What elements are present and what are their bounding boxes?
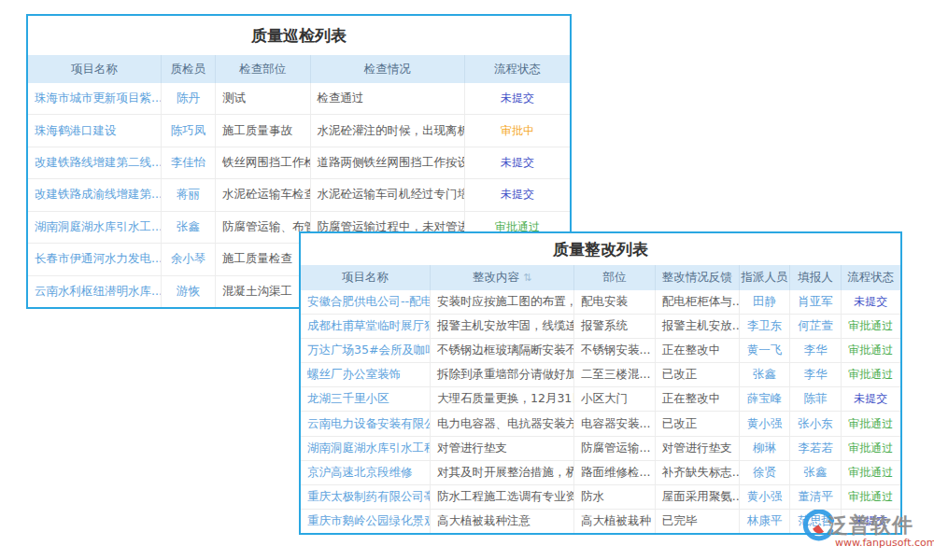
- feedback-text: 已改正: [655, 412, 739, 435]
- inspection-part: 施工质量事故: [215, 115, 310, 146]
- status-badge: 审批通过: [841, 412, 900, 435]
- reporter-link[interactable]: 张小东: [789, 412, 841, 435]
- table-row: 湖南洞庭湖水库引水工程施工标对管进行垫支防腐管运输...对管进行垫支柳琳李若若审…: [301, 436, 900, 460]
- rectification-part: 配电安装: [573, 290, 655, 314]
- inspection-part: 铁丝网围挡工作检查: [215, 147, 310, 178]
- inspection-result: 检查通过: [310, 83, 464, 114]
- reporter-link[interactable]: 董清平: [789, 485, 841, 509]
- column-header-label: 指派人员: [741, 270, 787, 286]
- assignee-link[interactable]: 黄一飞: [739, 339, 790, 362]
- inspection-part: 防腐管运输、布管: [215, 212, 310, 243]
- rectification-content: 电力电容器、电抗器安装方案...: [430, 412, 573, 435]
- reporter-link[interactable]: 李华: [789, 339, 841, 362]
- inspection-part: 混凝土沟渠工: [215, 276, 310, 307]
- status-badge: 审批通过: [841, 461, 900, 484]
- feedback-text: 已改正: [655, 363, 739, 386]
- project-name-link[interactable]: 成都杜甫草堂临时展厅独立展...: [301, 315, 430, 338]
- project-name-link[interactable]: 改建铁路成渝线增建第...: [28, 179, 161, 210]
- project-name-link[interactable]: 龙湖三千里小区: [301, 387, 430, 411]
- column-header-part: 部位: [573, 265, 655, 290]
- table-row: 珠海市城市更新项目紫...陈丹测试检查通过未提交: [28, 83, 570, 114]
- brand-name: 泛普软件: [828, 511, 913, 539]
- rectification-part: 电容器安装...: [573, 412, 655, 435]
- project-name-link[interactable]: 改建铁路线增建第二线...: [28, 147, 161, 178]
- column-header-project: 项目名称: [301, 265, 430, 290]
- column-header-content[interactable]: 整改内容⇅: [430, 265, 573, 290]
- reporter-link[interactable]: 李华: [789, 363, 841, 386]
- column-header-inspector: 质检员: [161, 55, 215, 83]
- project-name-link[interactable]: 珠海鹤港口建设: [28, 115, 161, 146]
- column-header-assignee: 指派人员: [739, 265, 790, 290]
- project-name-link[interactable]: 珠海市城市更新项目紫...: [28, 83, 161, 114]
- column-header-reporter: 填报人: [789, 265, 841, 290]
- inspector-link[interactable]: 陈丹: [161, 83, 215, 114]
- assignee-link[interactable]: 林康平: [739, 510, 790, 533]
- project-name-link[interactable]: 万达广场35#会所及咖啡厅空...: [301, 339, 430, 362]
- rectification-content: 对管进行垫支: [430, 437, 573, 460]
- table-row: 万达广场35#会所及咖啡厅空...不锈钢边框玻璃隔断安装不牢...不锈钢安装..…: [301, 338, 900, 362]
- project-name-link[interactable]: 安徽合肥供电公司--配电设备...: [301, 290, 430, 314]
- status-badge: 未提交: [464, 147, 570, 178]
- reporter-link[interactable]: 张鑫: [789, 461, 841, 484]
- assignee-link[interactable]: 黄小强: [739, 412, 790, 435]
- inspector-link[interactable]: 李佳怡: [161, 147, 215, 178]
- column-header-situation: 检查情况: [310, 55, 464, 83]
- project-name-link[interactable]: 重庆太极制药有限公司亳州中...: [301, 485, 430, 509]
- reporter-link[interactable]: 陈菲: [789, 387, 841, 411]
- status-badge: 未提交: [464, 83, 570, 114]
- assignee-link[interactable]: 徐贤: [739, 461, 790, 484]
- table-row: 改建铁路成渝线增建第...蒋丽水泥砼运输车检查水泥砼运输车司机经过专门培训...…: [28, 178, 570, 210]
- rectification-part: 二至三楼混...: [573, 363, 655, 386]
- rectification-content: 拆除到承重墙部分请做好加固...: [430, 363, 573, 386]
- brand-watermark: 泛普软件 www.fanpusoft.com: [803, 508, 930, 554]
- rectification-content: 不锈钢边框玻璃隔断安装不牢...: [430, 339, 573, 362]
- reporter-link[interactable]: 李若若: [789, 437, 841, 460]
- table-body: 安徽合肥供电公司--配电设备...安装时应按施工图的布置，将...配电安装配电柜…: [301, 290, 900, 533]
- assignee-link[interactable]: 黄小强: [739, 485, 790, 509]
- project-name-link[interactable]: 云南电力设备安装有限公司20...: [301, 412, 430, 435]
- project-name-link[interactable]: 螺丝厂办公室装饰: [301, 363, 430, 386]
- status-badge: 审批通过: [841, 315, 900, 338]
- feedback-text: 屋面采用聚氨...: [655, 485, 739, 509]
- status-badge: 未提交: [841, 387, 900, 411]
- inspection-result: 水泥砼灌注的时候，出现离析现象: [310, 115, 464, 146]
- assignee-link[interactable]: 李卫东: [739, 315, 790, 338]
- project-name-link[interactable]: 湖南洞庭湖水库引水工...: [28, 212, 161, 243]
- table-row: 安徽合肥供电公司--配电设备...安装时应按施工图的布置，将...配电安装配电柜…: [301, 290, 900, 314]
- inspector-link[interactable]: 张鑫: [161, 212, 215, 243]
- column-header-label: 质检员: [171, 62, 206, 77]
- inspector-link[interactable]: 游恢: [161, 276, 215, 307]
- assignee-link[interactable]: 田静: [739, 290, 790, 314]
- rectification-part: 不锈钢安装...: [573, 339, 655, 362]
- assignee-link[interactable]: 柳琳: [739, 437, 790, 460]
- column-header-label: 流程状态: [494, 62, 541, 77]
- rectification-content: 对其及时开展整治措施，桥头...: [430, 461, 573, 484]
- column-header-status: 流程状态: [464, 55, 570, 83]
- inspector-link[interactable]: 蒋丽: [161, 179, 215, 210]
- column-header-label: 检查情况: [364, 62, 411, 77]
- table-header-row: 项目名称整改内容⇅部位整改情况反馈指派人员填报人流程状态: [301, 265, 900, 290]
- feedback-text: 对管进行垫支: [655, 437, 739, 460]
- reporter-link[interactable]: 肖亚军: [789, 290, 841, 314]
- inspector-link[interactable]: 余小琴: [161, 244, 215, 274]
- sort-icon[interactable]: ⇅: [523, 272, 531, 284]
- project-name-link[interactable]: 湖南洞庭湖水库引水工程施工标: [301, 437, 430, 460]
- table-row: 重庆太极制药有限公司亳州中...防水工程施工选调有专业资质...防水屋面采用聚氨…: [301, 484, 900, 509]
- column-header-label: 流程状态: [847, 270, 894, 286]
- table-row: 京沪高速北京段维修对其及时开展整治措施，桥头...路面维修检...补齐缺失标志.…: [301, 460, 900, 484]
- inspection-part: 测试: [215, 83, 310, 114]
- assignee-link[interactable]: 张鑫: [739, 363, 790, 386]
- assignee-link[interactable]: 薛宝峰: [739, 387, 790, 411]
- rectification-content: 高大植被栽种注意: [430, 510, 573, 533]
- project-name-link[interactable]: 云南水利枢纽潜明水库...: [28, 276, 161, 307]
- rectification-content: 大理石质量更换，12月31日之...: [430, 387, 573, 411]
- rectification-content: 报警主机安放牢固，线缆连接...: [430, 315, 573, 338]
- project-name-link[interactable]: 京沪高速北京段维修: [301, 461, 430, 484]
- inspector-link[interactable]: 陈巧凤: [161, 115, 215, 146]
- project-name-link[interactable]: 长春市伊通河水力发电...: [28, 244, 161, 274]
- table-row: 云南电力设备安装有限公司20...电力电容器、电抗器安装方案...电容器安装..…: [301, 411, 900, 435]
- rectification-content: 防水工程施工选调有专业资质...: [430, 485, 573, 509]
- column-header-label: 项目名称: [342, 270, 389, 286]
- reporter-link[interactable]: 何芷萱: [789, 315, 841, 338]
- project-name-link[interactable]: 重庆市鹅岭公园绿化景观提升...: [301, 510, 430, 533]
